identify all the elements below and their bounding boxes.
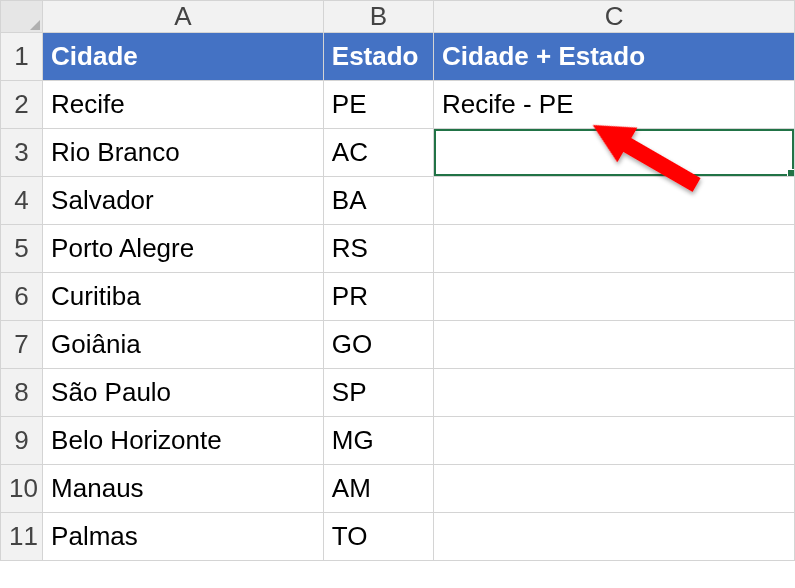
cell-A5[interactable]: Porto Alegre [43, 225, 324, 273]
spreadsheet-grid[interactable]: A B C 1 Cidade Estado Cidade + Estado 2 … [0, 0, 795, 561]
row-header-6[interactable]: 6 [1, 273, 43, 321]
cell-C4[interactable] [434, 177, 795, 225]
row-header-11[interactable]: 11 [1, 513, 43, 561]
row-header-9[interactable]: 9 [1, 417, 43, 465]
cell-C5[interactable] [434, 225, 795, 273]
cell-A9[interactable]: Belo Horizonte [43, 417, 324, 465]
col-header-c[interactable]: C [434, 1, 795, 33]
cell-B7[interactable]: GO [323, 321, 433, 369]
cell-B11[interactable]: TO [323, 513, 433, 561]
cell-C6[interactable] [434, 273, 795, 321]
cell-C8[interactable] [434, 369, 795, 417]
cell-A2[interactable]: Recife [43, 81, 324, 129]
cell-C2[interactable]: Recife - PE [434, 81, 795, 129]
cell-C10[interactable] [434, 465, 795, 513]
row-header-7[interactable]: 7 [1, 321, 43, 369]
row-header-3[interactable]: 3 [1, 129, 43, 177]
cell-A10[interactable]: Manaus [43, 465, 324, 513]
cell-A6[interactable]: Curitiba [43, 273, 324, 321]
cell-C7[interactable] [434, 321, 795, 369]
cell-A7[interactable]: Goiânia [43, 321, 324, 369]
row-header-10[interactable]: 10 [1, 465, 43, 513]
cell-C9[interactable] [434, 417, 795, 465]
col-header-b[interactable]: B [323, 1, 433, 33]
cell-B1[interactable]: Estado [323, 33, 433, 81]
cell-C3[interactable] [434, 129, 795, 177]
cell-B8[interactable]: SP [323, 369, 433, 417]
row-header-4[interactable]: 4 [1, 177, 43, 225]
cell-C1[interactable]: Cidade + Estado [434, 33, 795, 81]
cell-B6[interactable]: PR [323, 273, 433, 321]
col-header-a[interactable]: A [43, 1, 324, 33]
cell-B3[interactable]: AC [323, 129, 433, 177]
cell-C11[interactable] [434, 513, 795, 561]
cell-B2[interactable]: PE [323, 81, 433, 129]
cell-A1[interactable]: Cidade [43, 33, 324, 81]
row-header-2[interactable]: 2 [1, 81, 43, 129]
cell-A3[interactable]: Rio Branco [43, 129, 324, 177]
cell-B10[interactable]: AM [323, 465, 433, 513]
row-header-1[interactable]: 1 [1, 33, 43, 81]
cell-B9[interactable]: MG [323, 417, 433, 465]
cell-B4[interactable]: BA [323, 177, 433, 225]
cell-A8[interactable]: São Paulo [43, 369, 324, 417]
select-all-corner[interactable] [1, 1, 43, 33]
cell-A4[interactable]: Salvador [43, 177, 324, 225]
cell-B5[interactable]: RS [323, 225, 433, 273]
row-header-5[interactable]: 5 [1, 225, 43, 273]
row-header-8[interactable]: 8 [1, 369, 43, 417]
cell-A11[interactable]: Palmas [43, 513, 324, 561]
